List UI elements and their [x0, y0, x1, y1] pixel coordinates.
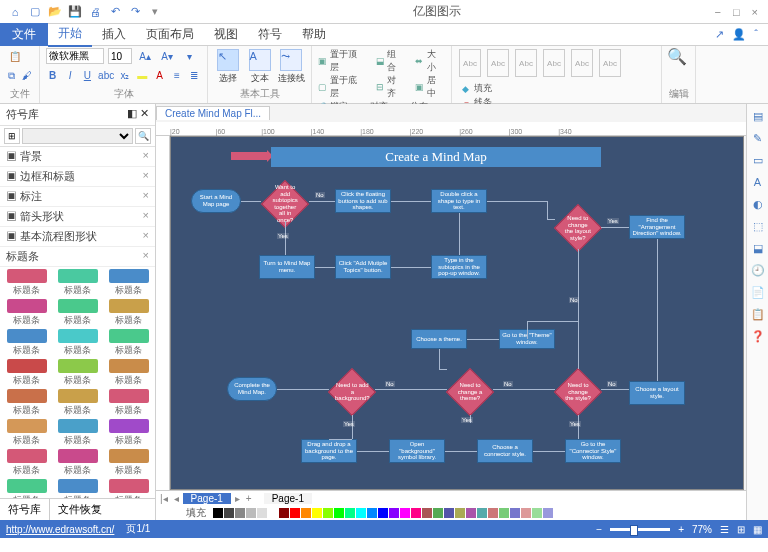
node-n5[interactable]: Click "Add Mutiple Topics" button.: [335, 255, 391, 279]
color-swatch[interactable]: [444, 508, 454, 518]
node-n13[interactable]: Go to the "Connector Style" window.: [565, 439, 621, 463]
shape-item[interactable]: 标题条: [53, 479, 102, 498]
color-swatch[interactable]: [400, 508, 410, 518]
page-add-icon[interactable]: +: [244, 493, 254, 504]
connector-tool[interactable]: ⤳连接线: [277, 48, 305, 86]
shape-item[interactable]: 标题条: [104, 329, 153, 357]
color-swatch[interactable]: [268, 508, 278, 518]
sidebar-add-icon[interactable]: ⊞: [4, 128, 20, 144]
right-panel-icon[interactable]: 📋: [750, 306, 766, 322]
page-tab[interactable]: Page-1: [264, 493, 312, 504]
color-swatch[interactable]: [345, 508, 355, 518]
color-swatch[interactable]: [312, 508, 322, 518]
node-end[interactable]: Complete the Mind Map.: [227, 377, 277, 401]
canvas[interactable]: Create a Mind Map Start a Mind Map page …: [170, 136, 744, 490]
document-tab[interactable]: Create Mind Map Fl...: [156, 106, 270, 120]
bullets-icon[interactable]: ≡: [170, 68, 183, 84]
shape-item[interactable]: 标题条: [2, 329, 51, 357]
shape-item[interactable]: 标题条: [104, 299, 153, 327]
font-more-icon[interactable]: ▾: [180, 48, 198, 64]
shape-item[interactable]: 标题条: [104, 479, 153, 498]
sidebar-close-icon[interactable]: ✕: [140, 107, 149, 119]
right-panel-icon[interactable]: ⬓: [750, 240, 766, 256]
menu-view[interactable]: 视图: [204, 23, 248, 46]
shape-item[interactable]: 标题条: [2, 389, 51, 417]
right-panel-icon[interactable]: A: [750, 174, 766, 190]
shape-item[interactable]: 标题条: [104, 359, 153, 387]
sidebar-category[interactable]: ▣ 边框和标题×: [0, 167, 155, 187]
shape-item[interactable]: 标题条: [53, 389, 102, 417]
save-icon[interactable]: 💾: [68, 5, 82, 19]
shape-item[interactable]: 标题条: [104, 389, 153, 417]
shape-item[interactable]: 标题条: [53, 359, 102, 387]
status-url[interactable]: http://www.edrawsoft.cn/: [6, 524, 114, 535]
color-swatch[interactable]: [510, 508, 520, 518]
node-dec5[interactable]: Need to change the style?: [554, 368, 602, 416]
node-n11[interactable]: Open "background" symbol library.: [389, 439, 445, 463]
style-swatch[interactable]: Abc: [571, 49, 593, 77]
node-n12[interactable]: Choose a connector style.: [477, 439, 533, 463]
node-n9[interactable]: Choose a layout style.: [629, 381, 685, 405]
brush-icon[interactable]: 🖌: [22, 68, 34, 84]
menu-insert[interactable]: 插入: [92, 23, 136, 46]
shape-item[interactable]: 标题条: [53, 269, 102, 297]
color-swatch[interactable]: [521, 508, 531, 518]
color-swatch[interactable]: [356, 508, 366, 518]
sidebar-search-select[interactable]: [22, 128, 133, 144]
shape-item[interactable]: 标题条: [53, 419, 102, 447]
color-swatch[interactable]: [499, 508, 509, 518]
color-swatch[interactable]: [367, 508, 377, 518]
right-panel-icon[interactable]: ⬚: [750, 218, 766, 234]
color-swatch[interactable]: [246, 508, 256, 518]
sidebar-tab-recovery[interactable]: 文件恢复: [50, 499, 110, 520]
maximize-button[interactable]: □: [733, 6, 740, 18]
open-icon[interactable]: 📂: [48, 5, 62, 19]
style-swatch[interactable]: Abc: [599, 49, 621, 77]
color-swatch[interactable]: [279, 508, 289, 518]
shape-item[interactable]: 标题条: [104, 419, 153, 447]
highlight-icon[interactable]: ▬: [136, 68, 149, 84]
color-swatch[interactable]: [477, 508, 487, 518]
home-icon[interactable]: ⌂: [8, 5, 22, 19]
node-n3[interactable]: Find the "Arrangement Direction" window.: [629, 215, 685, 239]
align-icon[interactable]: ≣: [188, 68, 201, 84]
new-icon[interactable]: ▢: [28, 5, 42, 19]
node-dec4[interactable]: Need to change a theme?: [446, 368, 494, 416]
view-icon[interactable]: ☰: [720, 524, 729, 535]
shape-item[interactable]: 标题条: [2, 359, 51, 387]
right-panel-icon[interactable]: 🕘: [750, 262, 766, 278]
close-button[interactable]: ×: [752, 6, 758, 18]
node-dec2[interactable]: Need to change the layout style?: [554, 204, 602, 252]
zoom-slider[interactable]: [610, 528, 670, 531]
menu-symbol[interactable]: 符号: [248, 23, 292, 46]
text-tool[interactable]: A文本: [246, 48, 274, 86]
node-n2[interactable]: Double click a shape to type in text.: [431, 189, 487, 213]
shape-item[interactable]: 标题条: [104, 449, 153, 477]
color-swatch[interactable]: [301, 508, 311, 518]
zoom-out-icon[interactable]: −: [596, 524, 602, 535]
shape-item[interactable]: 标题条: [2, 479, 51, 498]
node-n10[interactable]: Drag and drop a background to the page.: [301, 439, 357, 463]
page-prev-icon[interactable]: ◂: [172, 493, 181, 504]
style-swatch[interactable]: Abc: [459, 49, 481, 77]
page-tab-active[interactable]: Page-1: [183, 493, 231, 504]
user-icon[interactable]: 👤: [732, 28, 746, 41]
color-swatch[interactable]: [235, 508, 245, 518]
shape-item[interactable]: 标题条: [53, 299, 102, 327]
sidebar-category[interactable]: 标题条×: [0, 247, 155, 267]
color-swatch[interactable]: [323, 508, 333, 518]
italic-button[interactable]: I: [63, 68, 76, 84]
shape-item[interactable]: 标题条: [2, 299, 51, 327]
node-start[interactable]: Start a Mind Map page: [191, 189, 241, 213]
redo-icon[interactable]: ↷: [128, 5, 142, 19]
color-swatch[interactable]: [455, 508, 465, 518]
sidebar-layout-icon[interactable]: ◧: [127, 107, 137, 119]
style-swatch[interactable]: Abc: [487, 49, 509, 77]
color-swatch[interactable]: [378, 508, 388, 518]
color-swatch[interactable]: [488, 508, 498, 518]
collapse-ribbon-icon[interactable]: ˆ: [754, 28, 758, 41]
shape-item[interactable]: 标题条: [2, 449, 51, 477]
right-panel-icon[interactable]: ❓: [750, 328, 766, 344]
view-icon[interactable]: ⊞: [737, 524, 745, 535]
shape-item[interactable]: 标题条: [53, 449, 102, 477]
